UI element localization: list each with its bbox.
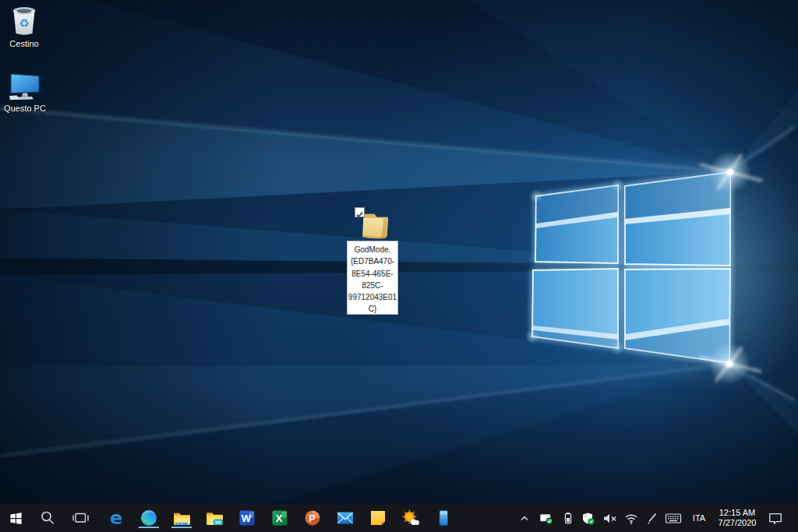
touch-keyboard-button[interactable] xyxy=(661,504,686,532)
volume-muted-icon xyxy=(602,512,617,525)
weather-icon xyxy=(401,509,421,528)
search-icon xyxy=(39,509,56,527)
desktop-icon-this-pc[interactable]: Questo PC xyxy=(0,72,53,114)
powerpoint-button[interactable]: P xyxy=(296,504,329,532)
action-center-icon xyxy=(768,511,783,526)
running-indicator xyxy=(139,527,159,528)
language-code: ITA xyxy=(693,513,705,523)
desktop-icon-recycle-bin[interactable]: ♻ Cestino xyxy=(0,4,52,49)
pen-icon xyxy=(645,512,658,525)
desktop-icon-label: Questo PC xyxy=(4,104,46,114)
action-center-button[interactable] xyxy=(762,504,789,532)
start-button[interactable] xyxy=(0,504,31,532)
edge-chromium-button[interactable] xyxy=(132,504,165,532)
eject-hardware-button[interactable] xyxy=(535,504,558,532)
weather-button[interactable] xyxy=(394,504,427,532)
edge-chromium-icon xyxy=(139,509,158,527)
your-phone-button[interactable] xyxy=(427,504,460,532)
windows-desktop: ♻ Cestino Questo PC xyxy=(0,0,798,532)
show-hidden-icons-button[interactable] xyxy=(514,504,535,532)
excel-button[interactable]: X xyxy=(263,504,296,532)
edge-legacy-button[interactable]: e xyxy=(100,504,132,532)
clock[interactable]: 12:15 AM 7/27/2020 xyxy=(712,504,762,532)
running-indicator xyxy=(171,527,192,528)
documents-folder-icon xyxy=(205,509,224,528)
wifi-icon xyxy=(624,512,638,525)
svg-text:X: X xyxy=(276,513,283,524)
clock-date: 7/27/2020 xyxy=(719,518,757,528)
word-icon: W xyxy=(238,509,256,527)
windows-security-button[interactable] xyxy=(577,504,598,532)
sticky-notes-icon xyxy=(369,509,387,527)
file-explorer-icon xyxy=(172,509,192,528)
chevron-up-icon xyxy=(518,512,531,524)
wallpaper-windows-hero xyxy=(0,0,798,532)
battery-button[interactable] xyxy=(558,504,577,532)
powerpoint-icon: P xyxy=(303,509,322,527)
rename-textbox[interactable]: GodMode. {ED7BA470- 8E54-465E- 825C- 997… xyxy=(347,241,398,315)
touch-keyboard-icon xyxy=(665,511,682,525)
excel-icon: X xyxy=(270,509,289,527)
svg-text:P: P xyxy=(309,513,315,524)
security-shield-icon xyxy=(581,512,595,525)
desktop-icon-label: Cestino xyxy=(9,39,38,49)
selection-checkbox[interactable] xyxy=(355,207,365,217)
mail-icon xyxy=(336,509,355,527)
clock-time: 12:15 AM xyxy=(719,508,755,518)
file-explorer-button[interactable] xyxy=(165,504,198,532)
search-button[interactable] xyxy=(31,504,64,532)
svg-text:W: W xyxy=(242,513,252,524)
eject-hardware-icon xyxy=(539,512,553,525)
pen-button[interactable] xyxy=(641,504,661,532)
task-view-icon xyxy=(72,509,90,527)
battery-icon xyxy=(562,511,574,525)
svg-text:e: e xyxy=(110,508,122,528)
wifi-button[interactable] xyxy=(620,504,641,532)
windows-logo-icon xyxy=(9,512,23,525)
checkmark-icon xyxy=(355,210,364,219)
mail-button[interactable] xyxy=(329,504,362,532)
recycle-bin-icon: ♻ xyxy=(9,4,40,38)
sticky-notes-button[interactable] xyxy=(362,504,394,532)
svg-text:♻: ♻ xyxy=(19,16,29,30)
this-pc-icon xyxy=(8,72,42,103)
task-view-button[interactable] xyxy=(64,504,97,532)
edge-legacy-icon: e xyxy=(106,508,126,528)
taskbar: e xyxy=(0,504,798,532)
your-phone-icon xyxy=(434,509,453,527)
documents-folder-button[interactable] xyxy=(198,504,231,532)
system-tray: ITA 12:15 AM 7/27/2020 xyxy=(514,504,798,532)
language-indicator[interactable]: ITA xyxy=(686,504,712,532)
word-button[interactable]: W xyxy=(231,504,263,532)
volume-muted-button[interactable] xyxy=(598,504,620,532)
